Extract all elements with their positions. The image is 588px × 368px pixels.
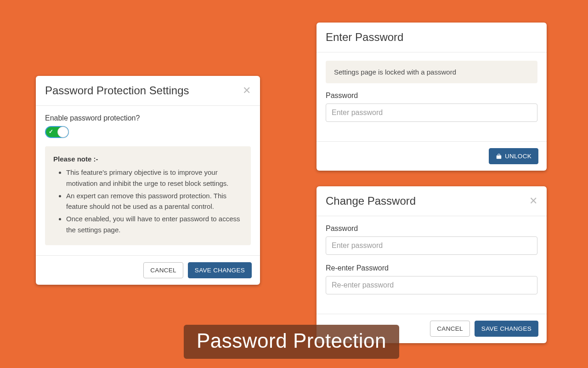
password-input[interactable] (326, 104, 537, 122)
change-card-header: Change Password ✕ (317, 186, 547, 216)
close-icon[interactable]: ✕ (529, 196, 537, 206)
password-label: Password (326, 224, 537, 233)
close-icon[interactable]: ✕ (243, 86, 251, 96)
password-field-group: Password (326, 92, 537, 125)
change-card-body: Password Re-enter Password (317, 216, 547, 314)
settings-card-header: Password Protection Settings ✕ (36, 76, 260, 106)
save-changes-button[interactable]: SAVE CHANGES (188, 262, 252, 278)
unlock-icon (496, 153, 502, 160)
password-field-group: Password (326, 224, 537, 258)
enter-card-title: Enter Password (326, 31, 403, 44)
reenter-field-group: Re-enter Password (326, 264, 537, 297)
password-protection-settings-card: Password Protection Settings ✕ Enable pa… (36, 76, 260, 285)
unlock-button[interactable]: UNLOCK (489, 148, 538, 164)
password-label: Password (326, 92, 537, 100)
note-item: This feature's primary objective is to i… (66, 167, 243, 189)
unlock-button-label: UNLOCK (505, 153, 531, 160)
locked-info-text: Settings page is locked with a password (326, 61, 537, 83)
cancel-button[interactable]: CANCEL (143, 262, 183, 278)
change-card-title: Change Password (326, 195, 416, 207)
change-password-card: Change Password ✕ Password Re-enter Pass… (317, 186, 547, 343)
reenter-password-input[interactable] (326, 276, 537, 294)
note-list: This feature's primary objective is to i… (53, 167, 243, 235)
enter-password-card: Enter Password Settings page is locked w… (317, 23, 547, 171)
reenter-password-label: Re-enter Password (326, 264, 537, 272)
save-changes-button[interactable]: SAVE CHANGES (475, 321, 538, 337)
new-password-input[interactable] (326, 236, 537, 255)
page-banner: Password Protection (184, 325, 399, 359)
settings-card-title: Password Protection Settings (45, 84, 189, 97)
settings-card-footer: CANCEL SAVE CHANGES (36, 255, 260, 285)
enter-card-footer: UNLOCK (317, 141, 547, 171)
enter-card-header: Enter Password (317, 23, 547, 52)
note-item: An expert can remove this password prote… (66, 190, 243, 212)
enter-card-body: Settings page is locked with a password … (317, 52, 547, 141)
enable-password-toggle[interactable]: ✓ (45, 126, 69, 138)
settings-card-body: Enable password protection? ✓ Please not… (36, 106, 260, 255)
note-item: Once enabled, you will have to enter pas… (66, 213, 243, 235)
note-box: Please note :- This feature's primary ob… (45, 146, 251, 245)
check-icon: ✓ (49, 128, 53, 135)
note-heading: Please note :- (53, 155, 98, 163)
cancel-button[interactable]: CANCEL (430, 321, 470, 337)
enable-toggle-label: Enable password protection? (45, 114, 251, 122)
toggle-knob (57, 126, 68, 138)
